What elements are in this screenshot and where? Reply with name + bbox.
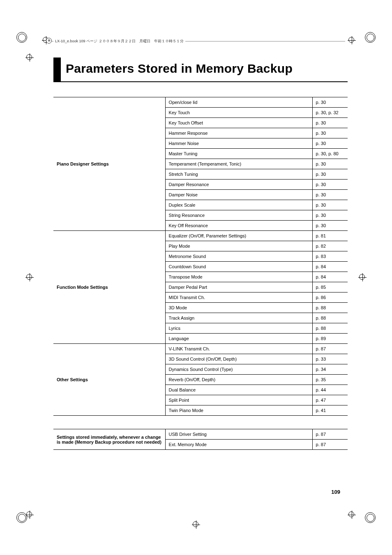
- page-ref-cell: p. 30: [312, 200, 348, 210]
- crosshair-icon: [348, 36, 356, 44]
- page-ref-cell: p. 84: [312, 272, 348, 282]
- table-row: Piano Designer SettingsOpen/close lidp. …: [53, 97, 348, 108]
- param-cell: Language: [165, 334, 312, 344]
- param-cell: Dual Balance: [165, 385, 312, 395]
- tables-wrapper: Piano Designer SettingsOpen/close lidp. …: [53, 97, 348, 450]
- title-bar-icon: [53, 58, 61, 81]
- page-title: Parameters Stored in Memory Backup: [53, 58, 348, 82]
- param-cell: Twin Piano Mode: [165, 405, 312, 416]
- page-ref-cell: p. 83: [312, 251, 348, 262]
- crosshair-icon: [25, 511, 34, 519]
- page-ref-cell: p. 30: [312, 97, 348, 108]
- page-ref-cell: p. 30: [312, 138, 348, 149]
- page-ref-cell: p. 30: [312, 210, 348, 221]
- param-cell: Duplex Scale: [165, 200, 312, 210]
- title-text: Parameters Stored in Memory Backup: [66, 58, 293, 81]
- param-cell: Hammer Response: [165, 128, 312, 138]
- param-cell: Stretch Tuning: [165, 169, 312, 180]
- corner-mark-icon: [365, 512, 376, 523]
- crosshair-icon: [25, 53, 34, 62]
- param-cell: Open/close lid: [165, 97, 312, 108]
- crosshair-icon: [192, 520, 200, 529]
- category-cell: Function Mode Settings: [53, 231, 165, 344]
- table-row: Settings stored immediately, whenever a …: [53, 429, 348, 440]
- page-ref-cell: p. 30: [312, 221, 348, 231]
- book-icon: ⊕: [46, 38, 52, 44]
- param-cell: Countdown Sound: [165, 262, 312, 272]
- corner-mark-icon: [16, 32, 27, 43]
- page-ref-cell: p. 30: [312, 180, 348, 190]
- param-cell: Dynamics Sound Control (Type): [165, 364, 312, 375]
- page-ref-cell: p. 87: [312, 429, 348, 440]
- page-ref-cell: p. 84: [312, 262, 348, 272]
- category-cell: Piano Designer Settings: [53, 97, 165, 231]
- page-ref-cell: p. 82: [312, 241, 348, 251]
- page-content: Parameters Stored in Memory Backup Piano…: [53, 58, 348, 497]
- page-ref-cell: p. 41: [312, 405, 348, 416]
- param-cell: 3D Mode: [165, 303, 312, 313]
- param-cell: Key Touch: [165, 108, 312, 118]
- page-ref-cell: p. 34: [312, 364, 348, 375]
- param-cell: Play Mode: [165, 241, 312, 251]
- table-row: Function Mode SettingsEqualizer (On/Off,…: [53, 231, 348, 241]
- param-cell: Hammer Noise: [165, 138, 312, 149]
- param-cell: Equalizer (On/Off, Parameter Settings): [165, 231, 312, 241]
- header-meta-text: LX-10_e.book 109 ページ ２００８年９月２２日 月曜日 午前１０…: [53, 39, 185, 44]
- page-ref-cell: p. 88: [312, 313, 348, 323]
- page-ref-cell: p. 88: [312, 303, 348, 313]
- param-cell: Reverb (On/Off, Depth): [165, 375, 312, 385]
- param-cell: Metronome Sound: [165, 251, 312, 262]
- page-ref-cell: p. 86: [312, 292, 348, 303]
- page-ref-cell: p. 47: [312, 395, 348, 405]
- param-cell: Ext. Memory Mode: [165, 440, 312, 450]
- param-cell: V-LINK Transmit Ch.: [165, 344, 312, 354]
- crosshair-icon: [25, 273, 34, 281]
- param-cell: Track Assign: [165, 313, 312, 323]
- page-ref-cell: p. 30: [312, 190, 348, 200]
- param-cell: Key Off Resonance: [165, 221, 312, 231]
- param-cell: Damper Resonance: [165, 180, 312, 190]
- crosshair-icon: [348, 511, 356, 519]
- param-cell: Damper Noise: [165, 190, 312, 200]
- param-cell: USB Driver Setting: [165, 429, 312, 440]
- crosshair-icon: [358, 273, 367, 281]
- page-ref-cell: p. 30, p. 32: [312, 108, 348, 118]
- page-ref-cell: p. 30: [312, 159, 348, 169]
- table-row: Other SettingsV-LINK Transmit Ch.p. 87: [53, 344, 348, 354]
- page-ref-cell: p. 87: [312, 440, 348, 450]
- page-ref-cell: p. 30: [312, 169, 348, 180]
- category-cell: Other Settings: [53, 344, 165, 416]
- page-ref-cell: p. 44: [312, 385, 348, 395]
- auto-stored-table: Settings stored immediately, whenever a …: [53, 429, 348, 450]
- page-ref-cell: p. 30: [312, 128, 348, 138]
- page-number: 109: [331, 489, 340, 495]
- page-ref-cell: p. 30: [312, 118, 348, 128]
- param-cell: Lyrics: [165, 323, 312, 334]
- page-ref-cell: p. 85: [312, 282, 348, 292]
- corner-mark-icon: [365, 32, 376, 43]
- param-cell: Damper Pedal Part: [165, 282, 312, 292]
- param-cell: Transpose Mode: [165, 272, 312, 282]
- parameters-table: Piano Designer SettingsOpen/close lidp. …: [53, 97, 348, 416]
- param-cell: 3D Sound Control (On/Off, Depth): [165, 354, 312, 364]
- param-cell: Master Tuning: [165, 149, 312, 159]
- page-ref-cell: p. 87: [312, 344, 348, 354]
- param-cell: MIDI Transmit Ch.: [165, 292, 312, 303]
- param-cell: String Resonance: [165, 210, 312, 221]
- page-ref-cell: p. 88: [312, 323, 348, 334]
- corner-mark-icon: [16, 512, 27, 523]
- param-cell: Temperament (Temperament, Tonic): [165, 159, 312, 169]
- page-ref-cell: p. 35: [312, 375, 348, 385]
- page-ref-cell: p. 33: [312, 354, 348, 364]
- category-cell: Settings stored immediately, whenever a …: [53, 429, 165, 450]
- param-cell: Key Touch Offset: [165, 118, 312, 128]
- page-ref-cell: p. 89: [312, 334, 348, 344]
- param-cell: Split Point: [165, 395, 312, 405]
- page-ref-cell: p. 81: [312, 231, 348, 241]
- page-ref-cell: p. 30, p. 80: [312, 149, 348, 159]
